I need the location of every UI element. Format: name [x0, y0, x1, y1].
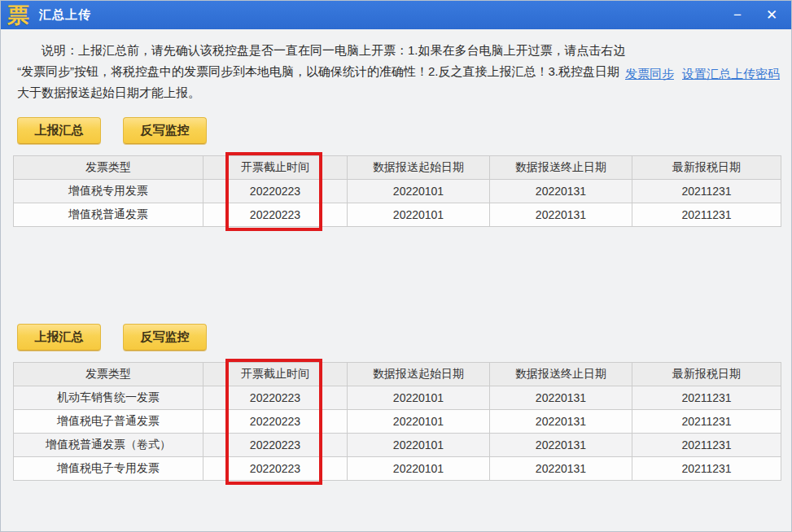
- cell-latest-tax: 20211231: [632, 410, 781, 434]
- table-row: 机动车销售统一发票 20220223 20220101 20220131 202…: [14, 386, 781, 410]
- cell-issue-deadline: 20220223: [203, 434, 348, 457]
- table-header-row: 发票类型 开票截止时间 数据报送起始日期 数据报送终止日期 最新报税日期: [14, 363, 781, 386]
- window-controls: − ✕: [726, 5, 783, 26]
- col-header-latest-tax-date: 最新报税日期: [632, 156, 781, 180]
- table-row: 增值税普通发票（卷式） 20220223 20220101 20220131 2…: [14, 434, 781, 457]
- cell-report-start: 20220101: [348, 434, 490, 457]
- invoice-sync-link[interactable]: 发票同步: [625, 67, 674, 82]
- col-header-report-end-date: 数据报送终止日期: [490, 156, 632, 180]
- cell-latest-tax: 20211231: [632, 180, 781, 203]
- instructions-text: 说明：上报汇总前，请先确认该税控盘是否一直在同一电脑上开票：1.如果在多台电脑上…: [17, 40, 629, 103]
- cell-report-end: 20220131: [490, 203, 632, 227]
- cell-report-end: 20220131: [490, 386, 632, 410]
- cell-report-end: 20220131: [490, 410, 632, 434]
- col-header-issue-deadline: 开票截止时间: [203, 363, 348, 386]
- invoice-table-1-wrap: 发票类型 开票截止时间 数据报送起始日期 数据报送终止日期 最新报税日期 增值税…: [13, 155, 779, 227]
- col-header-invoice-type: 发票类型: [14, 156, 203, 180]
- cell-latest-tax: 20211231: [632, 434, 781, 457]
- table-header-row: 发票类型 开票截止时间 数据报送起始日期 数据报送终止日期 最新报税日期: [14, 156, 781, 180]
- cell-issue-deadline: 20220223: [203, 410, 348, 434]
- cell-report-end: 20220131: [490, 180, 632, 203]
- invoice-table-2: 发票类型 开票截止时间 数据报送起始日期 数据报送终止日期 最新报税日期 机动车…: [13, 362, 781, 481]
- cell-report-start: 20220101: [348, 203, 490, 227]
- cell-invoice-type: 增值税电子普通发票: [14, 410, 203, 434]
- content-area: 说明：上报汇总前，请先确认该税控盘是否一直在同一电脑上开票：1.如果在多台电脑上…: [1, 29, 791, 481]
- app-window: 票 汇总上传 − ✕ 说明：上报汇总前，请先确认该税控盘是否一直在同一电脑上开票…: [0, 0, 792, 532]
- col-header-issue-deadline: 开票截止时间: [203, 156, 348, 180]
- col-header-latest-tax-date: 最新报税日期: [632, 363, 781, 386]
- report-summary-button-1[interactable]: 上报汇总: [17, 117, 101, 144]
- cell-latest-tax: 20211231: [632, 203, 781, 227]
- title-bar: 票 汇总上传 − ✕: [1, 1, 791, 29]
- invoice-table-2-wrap: 发票类型 开票截止时间 数据报送起始日期 数据报送终止日期 最新报税日期 机动车…: [13, 362, 779, 481]
- set-upload-password-link[interactable]: 设置汇总上传密码: [682, 67, 780, 82]
- cell-report-start: 20220101: [348, 457, 490, 481]
- invoice-table-1: 发票类型 开票截止时间 数据报送起始日期 数据报送终止日期 最新报税日期 增值税…: [13, 155, 781, 227]
- cell-report-start: 20220101: [348, 410, 490, 434]
- cell-issue-deadline: 20220223: [203, 457, 348, 481]
- report-summary-button-2[interactable]: 上报汇总: [17, 324, 101, 351]
- top-right-links: 发票同步 设置汇总上传密码: [625, 67, 780, 82]
- table2-action-row: 上报汇总 反写监控: [17, 324, 791, 351]
- writeback-monitor-button-1[interactable]: 反写监控: [123, 117, 207, 144]
- table1-action-row: 上报汇总 反写监控: [17, 117, 791, 144]
- col-header-report-start-date: 数据报送起始日期: [348, 363, 490, 386]
- cell-issue-deadline: 20220223: [203, 203, 348, 227]
- cell-report-end: 20220131: [490, 457, 632, 481]
- table-row: 增值税专用发票 20220223 20220101 20220131 20211…: [14, 180, 781, 203]
- writeback-monitor-button-2[interactable]: 反写监控: [123, 324, 207, 351]
- col-header-report-start-date: 数据报送起始日期: [348, 156, 490, 180]
- cell-issue-deadline: 20220223: [203, 180, 348, 203]
- cell-invoice-type: 增值税专用发票: [14, 180, 203, 203]
- cell-issue-deadline: 20220223: [203, 386, 348, 410]
- col-header-invoice-type: 发票类型: [14, 363, 203, 386]
- app-logo-icon: 票: [7, 3, 29, 28]
- close-icon[interactable]: ✕: [760, 5, 783, 26]
- cell-report-start: 20220101: [348, 386, 490, 410]
- minimize-icon[interactable]: −: [726, 5, 749, 26]
- table-row: 增值税普通发票 20220223 20220101 20220131 20211…: [14, 203, 781, 227]
- cell-invoice-type: 增值税普通发票（卷式）: [14, 434, 203, 457]
- cell-invoice-type: 机动车销售统一发票: [14, 386, 203, 410]
- cell-latest-tax: 20211231: [632, 386, 781, 410]
- window-title: 汇总上传: [39, 7, 91, 23]
- cell-invoice-type: 增值税普通发票: [14, 203, 203, 227]
- col-header-report-end-date: 数据报送终止日期: [490, 363, 632, 386]
- table-row: 增值税电子普通发票 20220223 20220101 20220131 202…: [14, 410, 781, 434]
- cell-report-end: 20220131: [490, 434, 632, 457]
- table-row: 增值税电子专用发票 20220223 20220101 20220131 202…: [14, 457, 781, 481]
- cell-report-start: 20220101: [348, 180, 490, 203]
- cell-invoice-type: 增值税电子专用发票: [14, 457, 203, 481]
- cell-latest-tax: 20211231: [632, 457, 781, 481]
